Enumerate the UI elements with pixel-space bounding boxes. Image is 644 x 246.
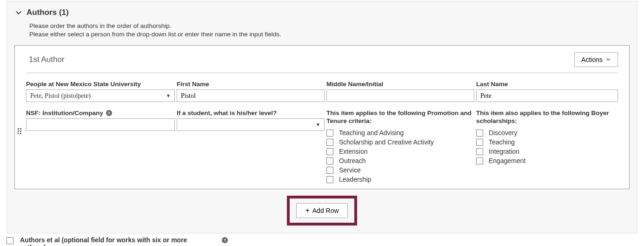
promotion-option-label: Service xyxy=(339,166,361,174)
plus-icon: + xyxy=(305,207,309,214)
boyer-option: Teaching xyxy=(476,138,618,146)
boyer-option-label: Discovery xyxy=(489,129,517,137)
promotion-option-label: Scholarship and Creative Activity xyxy=(339,138,434,146)
author-card-header: 1st Author Actions xyxy=(26,52,618,73)
field-first-name: First Name xyxy=(177,81,325,102)
middle-name-label: Middle Name/Initial xyxy=(326,81,474,88)
middle-name-input[interactable] xyxy=(326,89,474,102)
section-instructions: Please order the authors in the order of… xyxy=(7,19,305,45)
author-fields-grid: People at New Mexico State University Pe… xyxy=(26,81,618,183)
section-header-toggle[interactable]: Authors (1) xyxy=(7,1,637,19)
add-row-label: Add Row xyxy=(312,207,339,214)
promotion-option: Extension xyxy=(326,148,474,155)
authors-et-al-checkbox[interactable] xyxy=(7,237,13,244)
people-select[interactable]: Pete, Pistol (pistolpete) ▼ xyxy=(26,89,175,102)
checkbox[interactable] xyxy=(476,139,483,146)
nsf-label: NSF: Institution/Company ? xyxy=(26,109,175,116)
boyer-option: Discovery xyxy=(476,129,618,137)
field-nsf: NSF: Institution/Company ? xyxy=(26,109,175,131)
instruction-line-2: Please either select a person from the d… xyxy=(29,30,296,39)
checkbox[interactable] xyxy=(476,148,483,155)
dropdown-caret-icon: ▼ xyxy=(316,122,320,127)
first-name-input[interactable] xyxy=(177,89,325,102)
add-row-button[interactable]: + Add Row xyxy=(296,203,347,218)
field-boyer: This item also applies to the following … xyxy=(476,109,618,164)
promotion-option: Scholarship and Creative Activity xyxy=(326,138,474,146)
boyer-option-label: Teaching xyxy=(489,138,515,146)
student-level-select[interactable]: ▼ xyxy=(177,118,325,131)
authors-et-al-row: Authors et al (optional field for works … xyxy=(0,233,644,246)
people-select-value: Pete, Pistol (pistolpete) xyxy=(30,92,91,100)
field-promotion: This item applies to the following Promo… xyxy=(326,109,474,183)
section-title: Authors (1) xyxy=(27,8,69,17)
boyer-option: Integration xyxy=(476,148,618,155)
chevron-down-icon xyxy=(605,57,611,62)
checkbox[interactable] xyxy=(476,130,483,137)
help-icon[interactable]: ? xyxy=(222,237,228,243)
actions-button[interactable]: Actions xyxy=(574,52,618,67)
nsf-input[interactable] xyxy=(26,118,175,131)
promotion-option: Teaching and Advising xyxy=(326,129,474,137)
boyer-option-label: Engagement xyxy=(489,157,525,164)
field-last-name: Last Name xyxy=(476,81,618,102)
author-ordinal: 1st Author xyxy=(29,55,65,64)
boyer-label: This item also applies to the following … xyxy=(476,109,618,125)
help-icon[interactable]: ? xyxy=(106,110,112,116)
checkbox[interactable] xyxy=(326,157,333,164)
authors-et-al-label: Authors et al (optional field for works … xyxy=(20,236,192,246)
authors-section: Authors (1) Please order the authors in … xyxy=(7,1,637,233)
checkbox[interactable] xyxy=(326,176,333,183)
chevron-down-icon xyxy=(15,9,22,16)
first-name-label: First Name xyxy=(177,81,325,88)
add-row-highlight: + Add Row xyxy=(287,196,357,226)
author-card: 1st Author Actions People at New Mexico … xyxy=(14,45,630,189)
promotion-option-label: Leadership xyxy=(339,176,371,183)
last-name-label: Last Name xyxy=(476,81,618,88)
checkbox[interactable] xyxy=(326,148,333,155)
last-name-input[interactable] xyxy=(476,89,618,102)
boyer-option: Engagement xyxy=(476,157,618,164)
checkbox[interactable] xyxy=(326,139,333,146)
boyer-option-label: Integration xyxy=(489,148,519,155)
drag-handle-icon[interactable] xyxy=(18,128,21,134)
promotion-checklist: Teaching and Advising Scholarship and Cr… xyxy=(326,129,474,183)
student-level-label: If a student, what is his/her level? xyxy=(177,109,325,116)
dropdown-caret-icon: ▼ xyxy=(166,93,171,98)
checkbox[interactable] xyxy=(476,157,483,164)
checkbox[interactable] xyxy=(326,167,333,174)
promotion-option: Leadership xyxy=(326,176,474,183)
checkbox[interactable] xyxy=(326,130,333,137)
boyer-checklist: Discovery Teaching Integration Engagemen… xyxy=(476,129,618,164)
actions-label: Actions xyxy=(581,56,603,63)
field-middle-name: Middle Name/Initial xyxy=(326,81,474,102)
field-student-level: If a student, what is his/her level? ▼ xyxy=(177,109,325,131)
add-row-container: + Add Row xyxy=(7,189,637,233)
promotion-option-label: Outreach xyxy=(339,157,366,164)
people-label: People at New Mexico State University xyxy=(26,81,175,88)
promotion-option: Outreach xyxy=(326,157,474,164)
instruction-line-1: Please order the authors in the order of… xyxy=(29,22,296,30)
promotion-option: Service xyxy=(326,166,474,174)
promotion-option-label: Extension xyxy=(339,148,367,155)
promotion-option-label: Teaching and Advising xyxy=(339,129,404,137)
promotion-label: This item applies to the following Promo… xyxy=(326,109,474,125)
field-people: People at New Mexico State University Pe… xyxy=(26,81,175,102)
